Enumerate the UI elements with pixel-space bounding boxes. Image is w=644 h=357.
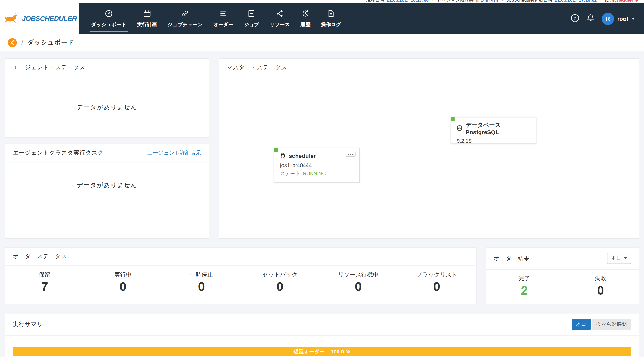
meta-separator: · [502, 0, 503, 2]
stat-value: 2 [486, 284, 562, 298]
dashboard-icon [105, 9, 113, 21]
stat-label: 実行中 [84, 271, 162, 278]
chevron-down-icon [632, 18, 635, 20]
calendar-icon [143, 9, 151, 21]
node-menu-button[interactable] [346, 152, 356, 157]
scheduler-name: scheduler [289, 153, 316, 159]
state-label: ステート: [280, 171, 302, 176]
nav-label: ジョブチェーン [167, 21, 203, 28]
order-result-title: オーダー結果 [494, 255, 530, 262]
back-button[interactable] [8, 38, 17, 47]
progress-bar-label: 遅延オーダー – 100.0 % [294, 348, 350, 355]
nav-job-chains[interactable]: ジョブチェーン [162, 3, 208, 34]
chain-icon [181, 9, 189, 21]
scheduler-node[interactable]: scheduler jos11p:40444 ステート: RUNNING [274, 148, 360, 182]
agent-cluster-title: エージェントクラスタ実行タスク [13, 149, 104, 157]
log-icon [327, 9, 335, 21]
stat-value: 0 [319, 280, 398, 294]
scheduler-id-value[interactable]: scheduler [612, 0, 633, 2]
nav-label: 操作ログ [321, 21, 341, 28]
user-name: root [617, 15, 628, 22]
jobscheduler-logo[interactable]: JOBSCHEDULER [0, 3, 79, 34]
nav-resources[interactable]: リソース [264, 3, 295, 34]
stat-value: 0 [398, 280, 476, 294]
help-icon[interactable]: ? [571, 13, 580, 24]
hare-logo-icon [3, 12, 19, 25]
selected-period: 本日 [611, 255, 621, 262]
database-node[interactable]: データベース PostgreSQL 9.2.18 [451, 117, 536, 144]
stat-blacklist[interactable]: ブラックリスト 0 [398, 271, 476, 294]
agent-detail-link[interactable]: エージェント詳細表示 [147, 149, 201, 157]
session-time-value: 14m 47s [481, 0, 499, 2]
main-nav: ダッシュボード 実行計画 ジョブチェーン オーダー ジョブ リソース [86, 3, 346, 34]
header-actions: ? R root [571, 3, 644, 34]
stat-setback[interactable]: セットバック 0 [241, 271, 319, 294]
connector-line [317, 133, 451, 133]
stat-waiting-resource[interactable]: リソース待機中 0 [319, 271, 398, 294]
stat-label: 失敗 [562, 275, 639, 282]
stat-label: ブラックリスト [398, 271, 476, 278]
jobscheduler-dashboard: 現在日時: 22.05.2017 18:27:00 · セッション残り時間: 1… [0, 0, 644, 357]
order-status-title: オーダーステータス [13, 253, 67, 260]
toggle-today[interactable]: 本日 [572, 319, 591, 330]
nav-label: オーダー [213, 21, 233, 28]
stat-failed[interactable]: 失敗 0 [562, 275, 639, 298]
stat-label: 一時停止 [162, 271, 241, 278]
chevron-down-icon [635, 0, 638, 2]
execution-summary-title: 実行サマリ [13, 321, 43, 328]
execution-summary-card: 実行サマリ 本日 今から24時間 遅延オーダー – 100.0 % [5, 313, 639, 357]
stat-pending[interactable]: 保留 7 [5, 271, 84, 294]
meta-separator: · [600, 0, 602, 2]
stat-running[interactable]: 実行中 0 [84, 271, 162, 294]
nav-jobs[interactable]: ジョブ [239, 3, 264, 34]
nav-dashboard[interactable]: ダッシュボード [86, 3, 132, 34]
stat-value: 0 [84, 280, 162, 294]
order-result-card: オーダー結果 本日 完了 2 失敗 0 [486, 247, 639, 305]
stat-value: 0 [241, 280, 319, 294]
user-menu[interactable]: R root [602, 12, 635, 25]
agent-status-card: エージェント・ステータス データがありません [5, 58, 209, 138]
nav-orders[interactable]: オーダー [208, 3, 239, 34]
top-navigation-bar: JOBSCHEDULER ダッシュボード 実行計画 ジョブチェーン オーダー ジ… [0, 3, 644, 34]
stat-label: リソース待機中 [319, 271, 398, 278]
stat-value: 7 [5, 280, 84, 294]
linux-penguin-icon [280, 152, 286, 160]
order-list-icon [219, 9, 227, 21]
status-green-square [274, 148, 278, 152]
agent-cluster-empty-text: データがありません [5, 162, 209, 238]
share-icon [276, 9, 284, 21]
current-time-value: 22.05.2017 18:27:00 [387, 0, 429, 2]
order-result-period-select[interactable]: 本日 [607, 253, 631, 264]
state-value: RUNNING [303, 171, 326, 176]
late-orders-progress-bar[interactable]: 遅延オーダー – 100.0 % [13, 347, 631, 356]
logo-text: JOBSCHEDULER [22, 15, 77, 23]
nav-history[interactable]: 履歴 [295, 3, 316, 34]
status-green-square [451, 117, 455, 121]
page-title: ダッシュボード [28, 39, 74, 46]
master-status-diagram: scheduler jos11p:40444 ステート: RUNNING データ… [219, 77, 639, 237]
chevron-down-icon [624, 257, 627, 259]
nav-execution-plan[interactable]: 実行計画 [132, 3, 162, 34]
avatar: R [602, 12, 614, 25]
bell-icon[interactable] [586, 13, 595, 24]
master-status-card: マスター・ステータス scheduler jos11p:40444 [219, 58, 639, 239]
nav-label: リソース [270, 21, 290, 28]
nav-label: 実行計画 [137, 21, 157, 28]
summary-period-toggle: 本日 今から24時間 [572, 319, 631, 330]
startup-time-label: JobScheduler起動日時: [507, 0, 554, 2]
nav-label: 履歴 [300, 21, 310, 28]
toggle-next-24h[interactable]: 今から24時間 [592, 319, 631, 330]
stat-suspended[interactable]: 一時停止 0 [162, 271, 241, 294]
stat-label: セットバック [241, 271, 319, 278]
agent-status-empty-text: データがありません [5, 77, 209, 137]
nav-label: ジョブ [244, 21, 259, 28]
nav-operation-log[interactable]: 操作ログ [316, 3, 346, 34]
meta-separator: · [432, 0, 434, 2]
stat-successful[interactable]: 完了 2 [486, 275, 562, 298]
stat-value: 0 [162, 280, 241, 294]
scheduler-host-port: jos11p:40444 [280, 162, 354, 168]
session-time-label: セッション残り時間: [437, 0, 479, 2]
order-status-card: オーダーステータス 保留 7 実行中 0 一時停止 0 [5, 247, 477, 305]
connector-line [317, 133, 317, 148]
scheduler-id-label: ID: [605, 0, 611, 2]
